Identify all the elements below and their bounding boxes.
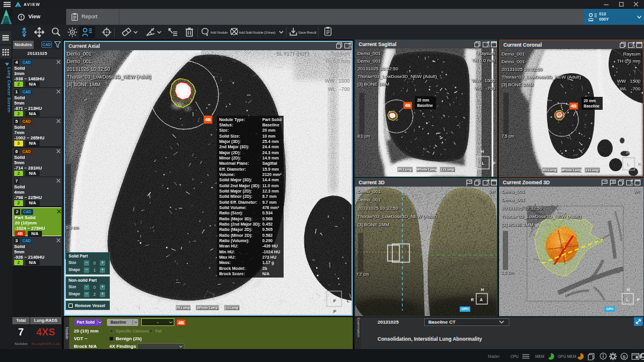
svg-text:H: H <box>627 288 630 292</box>
svg-text:S: S <box>623 354 626 360</box>
svg-text:P: P <box>637 298 640 302</box>
svg-text:L: L <box>482 161 485 165</box>
svg-text:L: L <box>626 298 629 302</box>
svg-text:30: 30 <box>151 28 154 31</box>
svg-text:H: H <box>626 151 629 155</box>
svg-text:L: L <box>627 162 630 167</box>
svg-text:P: P <box>333 309 337 314</box>
svg-text:H: H <box>481 149 484 154</box>
svg-text:R: R <box>638 162 641 167</box>
svg-text:R: R <box>471 298 474 302</box>
svg-text:L: L <box>347 298 350 304</box>
svg-text:F: F <box>333 298 336 304</box>
svg-text:P: P <box>493 161 496 165</box>
svg-text:H: H <box>481 288 484 292</box>
svg-text:A: A <box>480 298 483 302</box>
